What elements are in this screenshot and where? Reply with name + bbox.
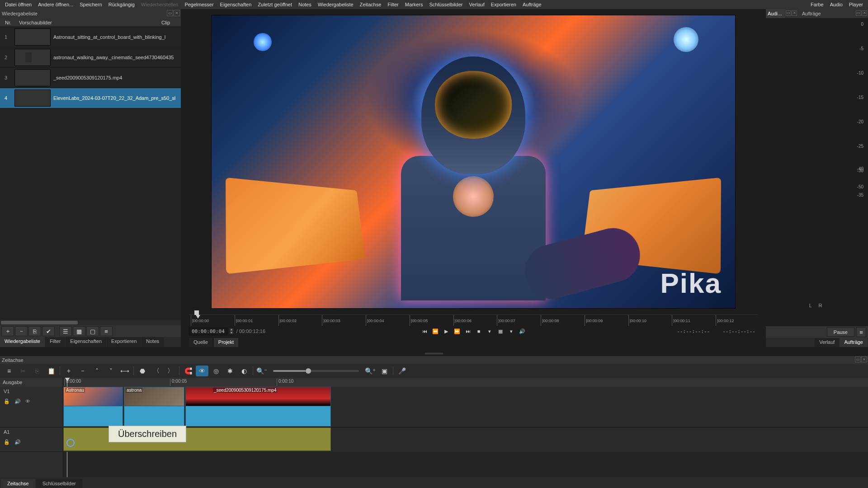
track-head-v1[interactable]: V1 🔓 🔊 👁 [0,387,63,427]
paste-icon[interactable]: 📋 [45,366,57,376]
playlist-row[interactable]: 4 ElevenLabs_2024-03-07T20_22_32_Adam_pr… [0,88,181,108]
cut-icon[interactable]: ✂ [17,366,29,376]
menu-audio[interactable]: Audio [827,0,846,9]
track-mute-icon[interactable]: 🔊 [14,399,21,404]
playlist-row[interactable]: 3 _seed2009005309120175.mp4 [0,68,181,88]
ripple-markers-icon[interactable]: ◐ [238,366,250,376]
lift-icon[interactable]: ˄ [90,366,103,376]
fastfwd-icon[interactable]: ⏩ [453,327,461,335]
playlist-view-list-icon[interactable]: ☰ [59,326,72,336]
menu-export[interactable]: Exportieren [488,0,519,9]
track-lock-icon[interactable]: 🔓 [4,439,10,445]
dropdown2-icon[interactable]: ▾ [507,327,515,335]
playlist-remove-button[interactable]: － [15,326,28,336]
tab-history[interactable]: Verlauf [815,338,839,347]
tab-export[interactable]: Exportieren [107,337,141,347]
menu-keyframes[interactable]: Schlüsselbilder [426,0,466,9]
tab-filter[interactable]: Filter [45,337,65,347]
playlist-row[interactable]: 1 Astronaut_sitting_at_control_board_wit… [0,27,181,47]
playlist-add-button[interactable]: ＋ [1,326,14,336]
menu-filter[interactable]: Filter [384,0,401,9]
playlist-check-button[interactable]: ✔ [42,326,55,336]
timeline-menu-icon[interactable]: ≡ [3,366,15,376]
menu-playlist[interactable]: Wiedergabeliste [315,0,357,9]
track-lock-icon[interactable]: 🔓 [4,399,10,404]
tab-keyframes-bottom[interactable]: Schlüsselbilder [36,479,82,488]
col-thumb[interactable]: Vorschaubilder [16,20,55,25]
menu-timeline[interactable]: Zeitachse [357,0,385,9]
ripple-icon[interactable]: ◎ [210,366,222,376]
timeline-close-icon[interactable]: ✕ [861,357,867,362]
dropdown-icon[interactable]: ▾ [486,327,494,335]
tab-source[interactable]: Quelle [189,338,212,347]
timecode-stepper[interactable]: ▲▼ [229,328,234,334]
playlist-row[interactable]: 2 astronaut_walking_away._cinematic_seed… [0,47,181,68]
tab-timeline-bottom[interactable]: Zeitachse [1,479,35,488]
record-audio-icon[interactable]: 🎤 [396,366,408,376]
menu-file-open[interactable]: Datei öffnen [2,0,35,9]
playlist-close-icon[interactable]: ✕ [174,10,180,16]
timeline-undock-icon[interactable]: ▭ [855,357,861,362]
timeline-clip[interactable]: astrona [124,387,184,427]
jobs-undock-icon[interactable]: ▭ [856,10,861,16]
menu-notes[interactable]: Notes [295,0,315,9]
track-mute-icon[interactable]: 🔊 [14,439,21,445]
col-nr[interactable]: Nr. [0,20,16,25]
menu-color[interactable]: Farbe [807,0,827,9]
preview-scrubber[interactable]: |00:00:00|00:00:01|00:00:02|00:00:03|00:… [189,314,758,325]
menu-recent[interactable]: Zuletzt geöffnet [255,0,295,9]
append-icon[interactable]: ＋ [62,366,75,376]
menu-peakmeter[interactable]: Pegelmesser [181,0,217,9]
timeline-clip[interactable]: _seed2009005309120175.mp4 [185,387,331,427]
video-preview[interactable]: Pika [211,15,736,309]
tab-notes[interactable]: Notes [142,337,164,347]
skip-end-icon[interactable]: ⏭ [464,327,472,335]
playlist-view-grid-icon[interactable]: ▦ [73,326,85,336]
menu-open-other[interactable]: Andere öffnen... [35,0,76,9]
tab-jobs-bottom[interactable]: Aufträge [840,338,868,347]
playlist-view-detail-icon[interactable]: ≡ [100,326,113,336]
grid-icon[interactable]: ▦ [496,327,505,335]
pause-button[interactable]: Pause [827,328,854,337]
tab-properties[interactable]: Eigenschaften [66,337,106,347]
copy-icon[interactable]: ⎘ [31,366,43,376]
volume-icon[interactable]: 🔊 [518,327,526,335]
col-clip[interactable]: Clip [55,20,181,25]
menu-markers[interactable]: Markers [402,0,426,9]
scrub-icon[interactable]: 👁 [196,366,208,376]
timeline-ruler[interactable]: 0:00:00 0:00:05 0:00:10 [63,378,868,387]
tab-playlist[interactable]: Wiedergabeliste [0,337,45,347]
audio-track-a1[interactable]: Überschreiben [63,427,868,452]
timeline-clip[interactable]: Astronau [63,387,123,427]
playlist-hscrollbar[interactable] [0,320,181,325]
menu-redo[interactable]: Wiederherstellen [138,0,182,9]
scrubber-playhead[interactable] [194,310,199,315]
tab-project[interactable]: Projekt [214,338,238,347]
menu-properties[interactable]: Eigenschaften [217,0,255,9]
timecode-current[interactable]: 00:00:00:04 [189,328,227,335]
menu-save[interactable]: Speichern [76,0,105,9]
zoom-in-icon[interactable]: 🔍⁺ [364,366,377,376]
audio-close-icon[interactable]: ✕ [792,10,797,16]
menu-jobs[interactable]: Aufträge [519,0,545,9]
playlist-undock-icon[interactable]: ▭ [167,10,173,16]
tab-audio-meter[interactable]: Audi... [766,9,785,18]
menu-history[interactable]: Verlauf [466,0,487,9]
menu-player[interactable]: Player [846,0,866,9]
track-hide-icon[interactable]: 👁 [25,399,30,404]
jobs-close-icon[interactable]: ✕ [862,10,867,16]
zoom-out-icon[interactable]: 🔍⁻ [255,366,268,376]
snap-icon[interactable]: 🧲 [182,366,194,376]
track-head-a1[interactable]: A1 🔓 🔊 [0,427,63,452]
tab-jobs[interactable]: Aufträge [800,9,823,18]
skip-start-icon[interactable]: ⏮ [420,327,429,335]
timeline-audio-clip[interactable] [63,427,331,451]
audio-undock-icon[interactable]: ▭ [786,10,791,16]
play-icon[interactable]: ▶ [442,327,450,335]
overwrite-icon[interactable]: ˅ [104,366,117,376]
playlist-view-tiles-icon[interactable]: ▢ [86,326,99,336]
next-marker-icon[interactable]: 〉 [164,366,177,376]
prev-marker-icon[interactable]: 〈 [150,366,163,376]
remove-icon[interactable]: － [76,366,89,376]
video-track-v1[interactable]: Astronau astrona _seed2009005309120175.m… [63,387,868,427]
